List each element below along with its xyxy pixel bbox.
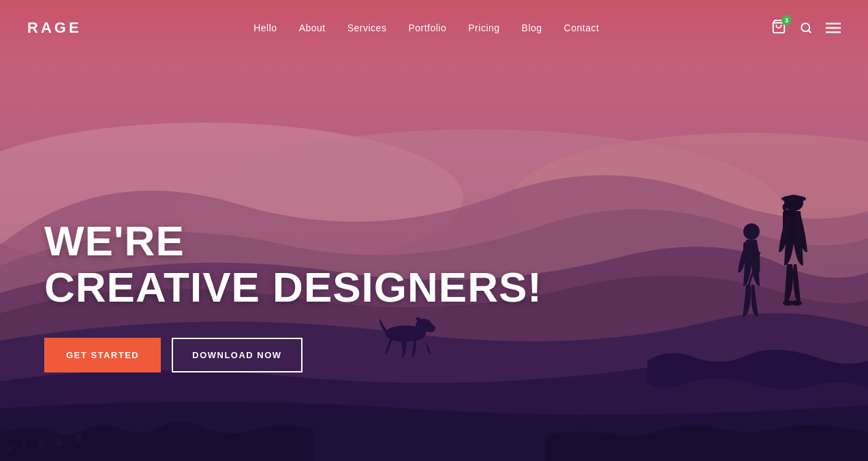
nav-services[interactable]: Services (347, 22, 387, 33)
hero-line2: CREATIVE DESIGNERS! (44, 264, 542, 311)
svg-point-14 (791, 300, 802, 306)
nav-contact[interactable]: Contact (564, 22, 600, 33)
hero-section: RAGE Hello About Services Portfolio Pric… (0, 0, 868, 461)
download-now-button[interactable]: DOWNLOAD NOW (172, 338, 302, 372)
header: RAGE Hello About Services Portfolio Pric… (0, 0, 868, 56)
nav-pricing[interactable]: Pricing (468, 22, 499, 33)
get-started-button[interactable]: GET STARTED (44, 338, 161, 372)
main-nav: Hello About Services Portfolio Pricing B… (253, 22, 599, 33)
nav-about[interactable]: About (299, 22, 326, 33)
menu-button[interactable] (826, 22, 841, 34)
nav-portfolio[interactable]: Portfolio (408, 22, 446, 33)
search-button[interactable] (800, 22, 812, 34)
nav-hello[interactable]: Hello (253, 22, 277, 33)
hamburger-icon (826, 22, 841, 34)
svg-point-6 (743, 223, 760, 240)
search-icon (800, 22, 812, 34)
hero-buttons: GET STARTED DOWNLOAD NOW (44, 338, 542, 372)
cart-badge: 3 (781, 15, 792, 25)
hero-content: WE'RE CREATIVE DESIGNERS! GET STARTED DO… (44, 218, 542, 372)
svg-point-10 (781, 195, 806, 202)
logo[interactable]: RAGE (27, 19, 82, 37)
cart-button[interactable]: 3 (771, 19, 786, 37)
hero-line1: WE'RE (44, 218, 542, 264)
nav-blog[interactable]: Blog (522, 22, 542, 33)
nav-icons: 3 (771, 19, 841, 37)
